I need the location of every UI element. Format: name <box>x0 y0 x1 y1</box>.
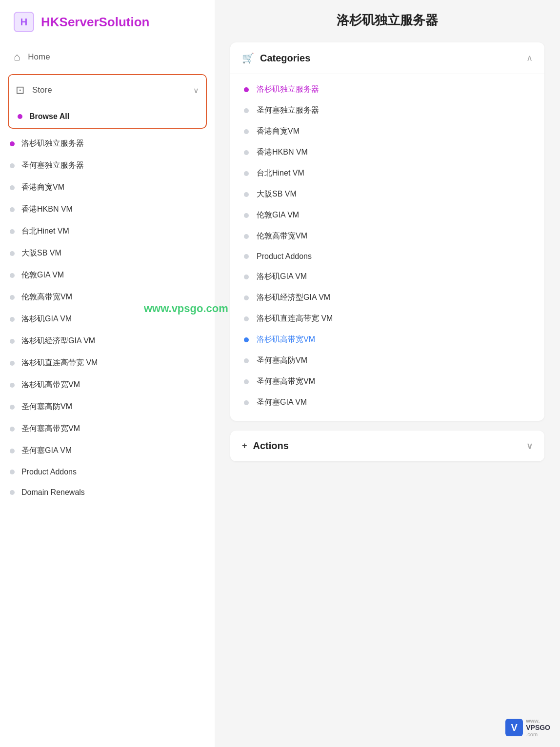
dot-icon <box>244 171 249 176</box>
active-dot-icon <box>244 87 249 92</box>
category-item-6[interactable]: 伦敦GIA VM <box>230 205 544 226</box>
dot-icon <box>244 379 249 384</box>
sidebar-item-6[interactable]: 伦敦GIA VM <box>8 264 207 286</box>
actions-card-header[interactable]: + Actions ∨ <box>230 431 544 461</box>
nav-home[interactable]: ⌂ Home <box>0 42 215 72</box>
sidebar-item-16[interactable]: Domain Renewals <box>8 482 207 503</box>
sidebar-item-8[interactable]: 洛杉矶GIA VM <box>8 308 207 330</box>
category-item-15[interactable]: 圣何塞GIA VM <box>230 392 544 413</box>
category-item-1[interactable]: 圣何塞独立服务器 <box>230 100 544 121</box>
dot-icon <box>10 207 15 212</box>
dot-icon <box>10 295 15 300</box>
vpsgo-www: www. <box>526 718 550 724</box>
browse-all-label: Browse All <box>29 112 69 121</box>
sidebar-item-15[interactable]: Product Addons <box>8 462 207 482</box>
nav-item-label: 洛杉矶经济型GIA VM <box>21 336 95 346</box>
nav-item-label: 洛杉矶直连高带宽 VM <box>21 358 98 368</box>
sidebar-item-3[interactable]: 香港HKBN VM <box>8 198 207 220</box>
category-label: 大阪SB VM <box>257 189 297 199</box>
category-label: 洛杉矶独立服务器 <box>257 84 319 95</box>
dot-icon <box>10 427 15 432</box>
nav-store-label: Store <box>32 85 185 95</box>
home-icon: ⌂ <box>14 51 20 63</box>
dot-icon <box>10 251 15 256</box>
category-item-10[interactable]: 洛杉矶经济型GIA VM <box>230 287 544 308</box>
dot-icon <box>244 108 249 113</box>
sidebar-item-1[interactable]: 圣何塞独立服务器 <box>8 155 207 177</box>
dot-icon <box>244 129 249 134</box>
nav-item-label: Domain Renewals <box>21 488 85 497</box>
vpsgo-v-icon: V <box>505 719 523 736</box>
sidebar-item-4[interactable]: 台北Hinet VM <box>8 220 207 242</box>
bottom-vpsgo-logo: V www. VPSGO .com <box>505 718 550 737</box>
category-label: 洛杉矶直连高带宽 VM <box>257 314 333 324</box>
category-label: Product Addons <box>257 252 312 261</box>
dot-icon <box>10 163 15 168</box>
categories-card-header[interactable]: 🛒 Categories ∧ <box>230 42 544 74</box>
categories-list: 洛杉矶独立服务器 圣何塞独立服务器 香港商宽VM 香港HKBN VM 台北Hin… <box>230 74 544 421</box>
category-item-12[interactable]: 洛杉矶高带宽VM <box>230 329 544 350</box>
category-item-7[interactable]: 伦敦高带宽VM <box>230 226 544 247</box>
dot-icon <box>244 316 249 321</box>
category-item-2[interactable]: 香港商宽VM <box>230 121 544 142</box>
nav-item-label: 大阪SB VM <box>21 248 61 258</box>
sidebar-nav-items: 洛杉矶独立服务器 圣何塞独立服务器 香港商宽VM 香港HKBN VM 台北Hin… <box>0 133 215 503</box>
nav-store[interactable]: ⊡ Store ∨ <box>9 75 206 105</box>
category-item-4[interactable]: 台北Hinet VM <box>230 163 544 184</box>
nav-browse-all[interactable]: Browse All <box>9 105 206 128</box>
category-item-13[interactable]: 圣何塞高防VM <box>230 350 544 371</box>
brand-logo-icon: H <box>14 12 34 32</box>
dot-icon <box>244 192 249 197</box>
dot-icon <box>244 358 249 363</box>
category-label: 伦敦高带宽VM <box>257 231 307 241</box>
store-icon: ⊡ <box>16 84 24 97</box>
nav-item-label: 圣何塞GIA VM <box>21 446 72 456</box>
sidebar-item-9[interactable]: 洛杉矶经济型GIA VM <box>8 330 207 352</box>
dot-icon <box>244 275 249 279</box>
category-label: 圣何塞独立服务器 <box>257 105 319 116</box>
actions-collapse-icon: ∨ <box>526 441 533 452</box>
actions-header-label: Actions <box>253 440 289 452</box>
sidebar-item-13[interactable]: 圣何塞高带宽VM <box>8 418 207 440</box>
cart-icon: 🛒 <box>242 52 254 64</box>
sidebar-item-7[interactable]: 伦敦高带宽VM <box>8 286 207 308</box>
dot-icon <box>10 361 15 366</box>
category-label: 洛杉矶GIA VM <box>257 272 307 282</box>
vpsgo-name: VPSGO <box>526 724 550 731</box>
category-item-5[interactable]: 大阪SB VM <box>230 184 544 205</box>
sidebar-item-2[interactable]: 香港商宽VM <box>8 177 207 198</box>
category-label: 香港HKBN VM <box>257 147 308 157</box>
nav-item-label: 洛杉矶独立服务器 <box>21 138 84 149</box>
nav-item-label: 圣何塞高防VM <box>21 402 72 412</box>
category-item-0[interactable]: 洛杉矶独立服务器 <box>230 79 544 100</box>
nav-item-label: 圣何塞独立服务器 <box>21 160 84 171</box>
blue-dot-icon <box>244 337 249 342</box>
sidebar-item-12[interactable]: 圣何塞高防VM <box>8 396 207 418</box>
dot-icon <box>244 234 249 239</box>
sidebar-item-14[interactable]: 圣何塞GIA VM <box>8 440 207 462</box>
category-label: 洛杉矶经济型GIA VM <box>257 293 330 303</box>
category-item-14[interactable]: 圣何塞高带宽VM <box>230 371 544 392</box>
category-item-9[interactable]: 洛杉矶GIA VM <box>230 266 544 287</box>
sidebar-item-0[interactable]: 洛杉矶独立服务器 <box>8 133 207 155</box>
dot-icon <box>10 339 15 344</box>
category-item-11[interactable]: 洛杉矶直连高带宽 VM <box>230 308 544 329</box>
nav-item-label: 伦敦高带宽VM <box>21 292 72 302</box>
nav-item-label: 香港商宽VM <box>21 182 64 193</box>
dot-icon <box>10 405 15 410</box>
sidebar: H HKServerSolution ⌂ Home ⊡ Store ∨ Brow… <box>0 0 215 747</box>
dot-icon <box>244 150 249 155</box>
category-item-3[interactable]: 香港HKBN VM <box>230 142 544 163</box>
nav-item-label: 台北Hinet VM <box>21 226 69 236</box>
sidebar-item-5[interactable]: 大阪SB VM <box>8 242 207 264</box>
nav-item-label: 圣何塞高带宽VM <box>21 424 80 434</box>
category-label: 伦敦GIA VM <box>257 210 299 220</box>
category-label: 圣何塞高防VM <box>257 355 307 366</box>
nav-item-label: Product Addons <box>21 468 77 476</box>
collapse-icon: ∧ <box>526 53 533 63</box>
category-item-8[interactable]: Product Addons <box>230 247 544 266</box>
sidebar-item-10[interactable]: 洛杉矶直连高带宽 VM <box>8 352 207 374</box>
dot-icon <box>244 295 249 300</box>
category-label: 洛杉矶高带宽VM <box>257 334 315 345</box>
sidebar-item-11[interactable]: 洛杉矶高带宽VM <box>8 374 207 396</box>
